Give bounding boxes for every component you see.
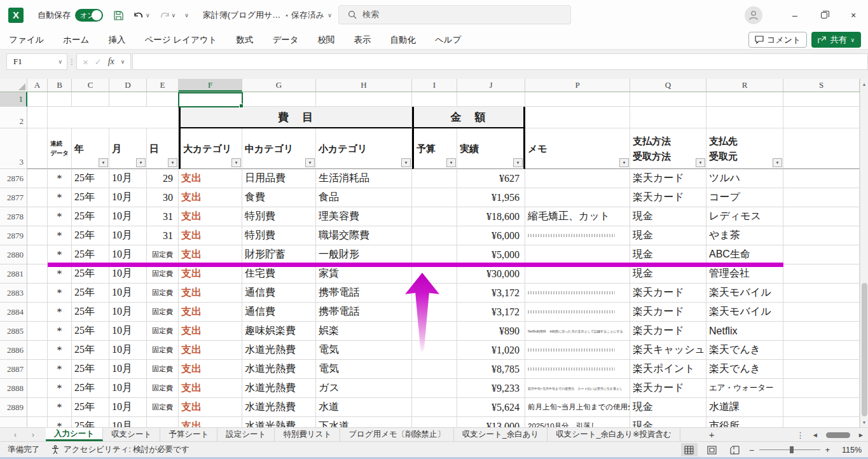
cell-year-2878[interactable]: 25年 bbox=[72, 207, 109, 226]
cell-payee-2879[interactable]: やま茶 bbox=[706, 226, 783, 245]
cell-A-2886[interactable] bbox=[27, 341, 48, 360]
row-header-1[interactable]: 1 bbox=[0, 92, 27, 107]
cell-S-2880[interactable] bbox=[783, 245, 860, 264]
cell-r1-I[interactable] bbox=[412, 92, 457, 107]
cell-cat1-2885[interactable]: 趣味娯楽費 bbox=[242, 322, 316, 341]
row-header-2880[interactable]: 2880 bbox=[0, 245, 27, 264]
vertical-scroll-thumb[interactable] bbox=[862, 283, 867, 416]
cell-type-2885[interactable]: 支出 bbox=[179, 322, 242, 341]
cell-memo-2890[interactable]: 2025/10月分 引落し bbox=[525, 417, 630, 427]
cell-cat2-2884[interactable]: 携帯電話 bbox=[316, 303, 412, 322]
insert-function-icon[interactable]: fx bbox=[108, 57, 114, 67]
zoom-level[interactable]: 115% bbox=[836, 446, 862, 455]
page-break-view-button[interactable] bbox=[727, 443, 743, 456]
cell-budget-2888[interactable] bbox=[412, 379, 457, 398]
cell-amount-2883[interactable]: ¥3,172 bbox=[457, 284, 525, 303]
cell-serial-2884[interactable]: * bbox=[48, 303, 72, 322]
column-header-D[interactable]: D bbox=[109, 79, 147, 92]
cell-memo-2883[interactable] bbox=[525, 284, 630, 303]
normal-view-button[interactable] bbox=[681, 443, 698, 456]
filter-dropdown-icon[interactable]: ▼ bbox=[401, 158, 411, 167]
cell-A-2876[interactable] bbox=[27, 169, 48, 188]
cell-type-2888[interactable]: 支出 bbox=[179, 379, 242, 398]
cell-type-2876[interactable]: 支出 bbox=[179, 169, 242, 188]
cell-cat1-2877[interactable]: 食費 bbox=[242, 188, 316, 207]
cell-day-2884[interactable]: 固定費 bbox=[147, 303, 179, 322]
column-header-R[interactable]: R bbox=[706, 79, 783, 92]
zoom-slider[interactable] bbox=[759, 449, 820, 450]
cell-S-2889[interactable] bbox=[783, 398, 860, 417]
cell-day-2878[interactable]: 31 bbox=[147, 207, 179, 226]
cell-serial-2878[interactable]: * bbox=[48, 207, 72, 226]
cell-r1-C[interactable] bbox=[72, 92, 109, 107]
filter-dropdown-icon[interactable]: ▼ bbox=[168, 158, 177, 167]
cell-cat1-2878[interactable]: 特別費 bbox=[242, 207, 316, 226]
ribbon-tab-校閲[interactable]: 校閲 bbox=[308, 31, 345, 49]
cell-A-2879[interactable] bbox=[27, 226, 48, 245]
row-header-2878[interactable]: 2878 bbox=[0, 207, 27, 226]
cell-month-2886[interactable]: 10月 bbox=[109, 341, 147, 360]
cell-S-2883[interactable] bbox=[783, 284, 860, 303]
qat-customize-icon[interactable]: ∨ bbox=[184, 12, 189, 18]
cell-day-2886[interactable]: 固定費 bbox=[147, 341, 179, 360]
cell-day-2888[interactable]: 固定費 bbox=[147, 379, 179, 398]
cell-payee-2887[interactable]: 楽天でんき bbox=[706, 360, 783, 379]
cell-memo-2879[interactable] bbox=[525, 226, 630, 245]
cell-cat1-2888[interactable]: 水道光熱費 bbox=[242, 379, 316, 398]
cell-month-2880[interactable]: 10月 bbox=[109, 245, 147, 264]
saved-state-label[interactable]: 保存済み bbox=[291, 10, 324, 21]
cell-method-2883[interactable]: 楽天カード bbox=[630, 284, 706, 303]
cell-cat1-2884[interactable]: 通信費 bbox=[242, 303, 316, 322]
cell-S-2881[interactable] bbox=[783, 264, 860, 284]
cell-cat2-2887[interactable]: 電気 bbox=[316, 360, 412, 379]
sheet-nav-left-icon[interactable]: ‹ bbox=[14, 430, 17, 439]
cell-A-2880[interactable] bbox=[27, 245, 48, 264]
cell-A-2888[interactable] bbox=[27, 379, 48, 398]
row-header-2888[interactable]: 2888 bbox=[0, 379, 27, 398]
cell-cat1-2883[interactable]: 通信費 bbox=[242, 284, 316, 303]
cell-cat2-2885[interactable]: 娯楽 bbox=[316, 322, 412, 341]
filter-dropdown-icon[interactable]: ▼ bbox=[305, 158, 315, 167]
cell-type-2884[interactable]: 支出 bbox=[179, 303, 242, 322]
close-button[interactable]: × bbox=[839, 0, 868, 31]
filter-dropdown-icon[interactable]: ▼ bbox=[136, 158, 146, 167]
month-header[interactable]: 月▼ bbox=[109, 128, 147, 169]
cell-day-2881[interactable]: 固定費 bbox=[147, 264, 179, 284]
budget-header[interactable]: 予算▼ bbox=[412, 128, 457, 169]
cell-type-2879[interactable]: 支出 bbox=[179, 226, 242, 245]
filter-dropdown-icon[interactable]: ▼ bbox=[696, 158, 705, 167]
new-sheet-button[interactable]: + bbox=[680, 428, 734, 441]
cell-serial-2881[interactable]: * bbox=[48, 264, 72, 284]
cell-year-2888[interactable]: 25年 bbox=[72, 379, 109, 398]
account-avatar[interactable] bbox=[745, 6, 762, 24]
cell-payee-2881[interactable]: 管理会社 bbox=[706, 264, 783, 284]
scroll-up-icon[interactable]: ▲ bbox=[860, 79, 868, 89]
cell-A-2887[interactable] bbox=[27, 360, 48, 379]
cell-cat2-2888[interactable]: ガス bbox=[316, 379, 412, 398]
cell-serial-2886[interactable]: * bbox=[48, 341, 72, 360]
cell-method-2886[interactable]: 楽天キャッシュ bbox=[630, 341, 706, 360]
cell-serial-2880[interactable]: * bbox=[48, 245, 72, 264]
column-header-B[interactable]: B bbox=[48, 79, 72, 92]
search-input[interactable]: 検索 bbox=[338, 5, 571, 24]
cell-method-2877[interactable]: 楽天カード bbox=[630, 188, 706, 207]
cell-method-2887[interactable]: 楽天ポイント bbox=[630, 360, 706, 379]
row-header-2879[interactable]: 2879 bbox=[0, 226, 27, 245]
cell-cat1-2879[interactable]: 特別費 bbox=[242, 226, 316, 245]
undo-dropdown-icon[interactable]: ∨ bbox=[146, 12, 150, 18]
cell-method-2884[interactable]: 楽天カード bbox=[630, 303, 706, 322]
cell-cat2-2883[interactable]: 携帯電話 bbox=[316, 284, 412, 303]
cell-memo-2889[interactable]: 前月上旬~当月上旬までの使用分 bbox=[525, 398, 630, 417]
column-header-H[interactable]: H bbox=[316, 79, 412, 92]
cell-cat2-2889[interactable]: 水道 bbox=[316, 398, 412, 417]
cell-type-2878[interactable]: 支出 bbox=[179, 207, 242, 226]
sheet-tab-収支シート_余白あり※投資含む[interactable]: 収支シート_余白あり※投資含む bbox=[548, 428, 680, 441]
cell-day-2890[interactable] bbox=[147, 417, 179, 427]
cell-month-2883[interactable]: 10月 bbox=[109, 284, 147, 303]
cell-type-2889[interactable]: 支出 bbox=[179, 398, 242, 417]
cell-serial-2885[interactable]: * bbox=[48, 322, 72, 341]
cell-amount-2881[interactable]: ¥30,000 bbox=[457, 264, 525, 284]
cell-A-2890[interactable] bbox=[27, 417, 48, 427]
cell-month-2888[interactable]: 10月 bbox=[109, 379, 147, 398]
cell-method-2888[interactable]: 楽天カード bbox=[630, 379, 706, 398]
